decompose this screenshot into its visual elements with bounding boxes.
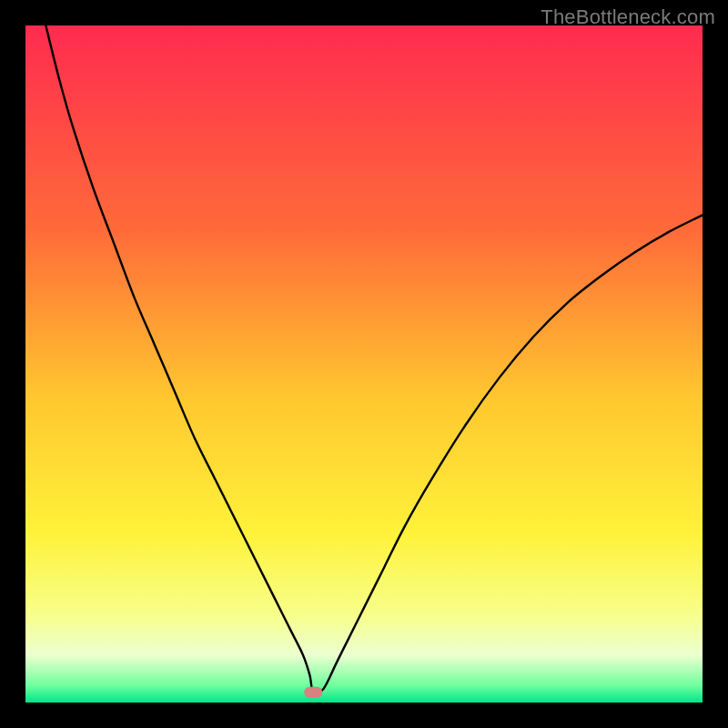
plot-area [25, 25, 703, 703]
watermark-text: TheBottleneck.com [541, 5, 715, 29]
chart-svg [25, 25, 703, 703]
gradient-background [25, 25, 703, 703]
optimum-marker [304, 687, 322, 698]
chart-frame: TheBottleneck.com [0, 0, 728, 728]
